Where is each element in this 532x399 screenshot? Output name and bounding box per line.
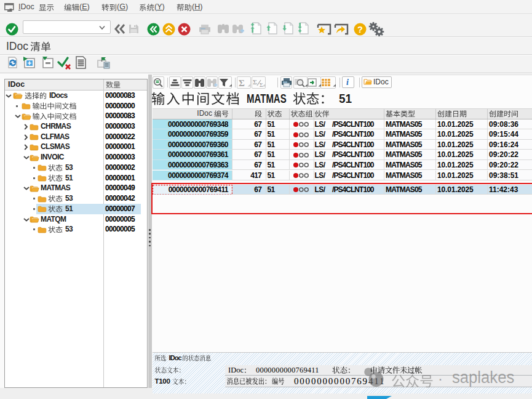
svg-text:Σ: Σ xyxy=(239,78,245,88)
svg-text:Σ: Σ xyxy=(260,82,263,88)
svg-text:Σ: Σ xyxy=(253,79,257,86)
svg-text:?: ? xyxy=(357,25,363,34)
